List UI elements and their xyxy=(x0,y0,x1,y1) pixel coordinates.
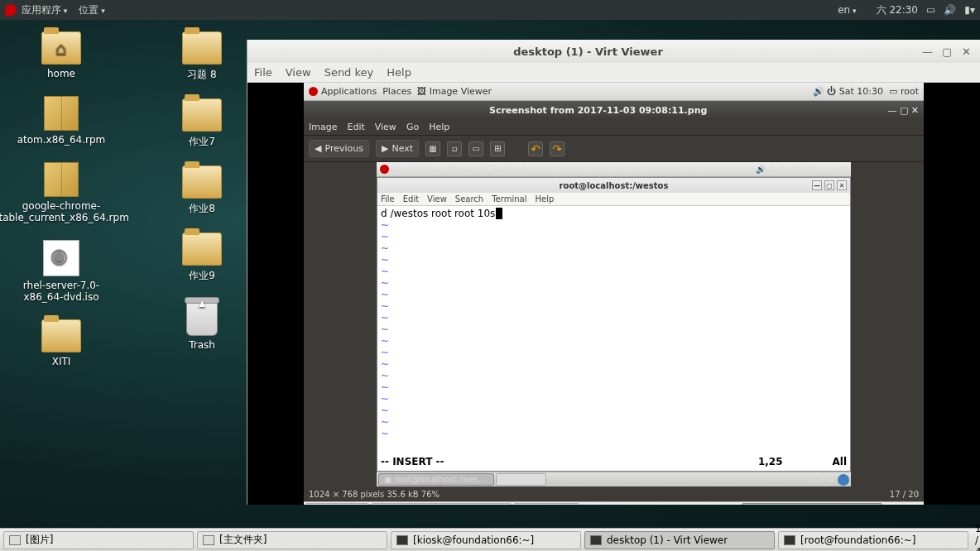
host-top-panel: 应用程序 位置 en 六 22:30 ▭ 🔊 ▮▾ xyxy=(0,0,980,20)
taskbar-home-button[interactable]: [主文件夹] xyxy=(197,531,387,549)
desktop-icon--7[interactable]: 作业7 xyxy=(152,98,252,149)
virt-viewer-titlebar[interactable]: desktop (1) - Virt Viewer — ▢ ✕ xyxy=(247,40,980,63)
text-cursor xyxy=(496,208,502,219)
guest-clock[interactable]: Sat 10:30 xyxy=(839,86,883,97)
redhat-icon xyxy=(5,4,17,16)
desktop-icon--9[interactable]: 作业9 xyxy=(152,232,252,283)
guest-top-panel: Applications Places 🖼 Image Viewer 🔊 ⏻ S… xyxy=(304,83,924,101)
close-button[interactable]: ✕ xyxy=(911,105,919,116)
rotate-right-button[interactable]: ↷ xyxy=(550,141,564,156)
image-viewer-launcher[interactable]: 🖼 Image Viewer xyxy=(417,86,492,97)
volume-icon: 🔊 xyxy=(756,165,766,174)
zoom-in-button[interactable]: ▦ xyxy=(425,141,440,156)
desktop-icon-xiti[interactable]: XITI xyxy=(12,319,111,367)
redhat-icon xyxy=(309,87,318,96)
zoom-fit-button[interactable]: ▭ xyxy=(468,141,483,156)
maximize-button[interactable]: ▢ xyxy=(942,46,954,57)
image-viewer-canvas: Applications Places ▣ Terminal 🔊 ⏻ Fri 0… xyxy=(377,162,851,486)
volume-icon[interactable]: 🔊 xyxy=(813,86,824,97)
vv-menu-help[interactable]: Help xyxy=(387,66,411,79)
workspace-indicator: 1 / 4 xyxy=(813,475,831,484)
iv-menu-view[interactable]: View xyxy=(375,122,396,132)
previous-button[interactable]: ◀ Previous xyxy=(309,140,369,157)
terminal-menubar: File Edit View Search Terminal Help xyxy=(377,193,850,206)
desktop-icon-home[interactable]: home xyxy=(12,31,111,79)
display-icon[interactable]: ▭ xyxy=(926,4,935,16)
desktop-icon-trash[interactable]: Trash xyxy=(152,299,252,351)
folder-icon xyxy=(182,165,222,199)
vv-menu-file[interactable]: File xyxy=(254,66,272,79)
desktop-icon-google-chrome-stable-current-x86-64-rpm[interactable]: google-chrome-stable_current_x86_64.rpm xyxy=(12,162,111,223)
desktop-icon--8[interactable]: 习题 8 xyxy=(152,31,252,82)
image-viewer-toolbar: ◀ Previous ▶ Next ▦ ▫ ▭ ⊞ ↶ ↷ xyxy=(304,136,924,162)
icon-label: atom.x86_64.rpm xyxy=(17,134,106,146)
desktop-icon--8[interactable]: 作业8 xyxy=(152,165,252,216)
zoom-100-button[interactable]: ⊞ xyxy=(490,141,505,156)
vim-mode: -- INSERT -- xyxy=(381,456,444,467)
iso-icon xyxy=(43,240,79,276)
folder-icon xyxy=(182,98,222,132)
taskbar-terminal-button: ▣ root@localhost:/westos xyxy=(378,473,494,486)
terminal-launcher: ▣ Terminal xyxy=(480,165,526,174)
guest-applications-menu[interactable]: Applications xyxy=(321,86,377,97)
iv-menu-go[interactable]: Go xyxy=(406,122,419,132)
vim-percent: All xyxy=(832,456,847,467)
zoom-out-button[interactable]: ▫ xyxy=(447,141,462,156)
image-viewer-menubar: Image Edit View Go Help xyxy=(304,119,924,136)
taskbar-pictures-button[interactable]: Pictures xyxy=(513,503,579,505)
icon-label: 习题 8 xyxy=(187,68,216,82)
taskbar-pictures-button[interactable]: [图片] xyxy=(3,531,194,549)
terminal-titlebar: root@localhost:/westos — ▢ ✕ xyxy=(377,178,850,193)
places-menu[interactable]: 位置 xyxy=(79,3,104,17)
taskbar-kiosk-terminal-button[interactable]: [kiosk@foundation66:~] xyxy=(391,531,581,549)
minimize-button[interactable]: — xyxy=(922,46,934,57)
icon-label: XITI xyxy=(52,356,71,367)
taskbar-root-terminal-button[interactable]: [root@foundation66:~] xyxy=(778,531,968,549)
guest-taskbar: [Home] [root@localhost:~/Desktop] Pictur… xyxy=(304,501,924,505)
terminal-body: d /westos root root 10s ~~~ ~~~ ~~~ ~~~ … xyxy=(377,206,850,471)
vv-menu-sendkey[interactable]: Send key xyxy=(324,66,374,79)
maximize-button[interactable]: ▢ xyxy=(900,105,908,116)
lang-indicator[interactable]: en xyxy=(838,4,856,16)
guest-places-menu[interactable]: Places xyxy=(382,86,411,97)
redhat-icon xyxy=(380,165,389,174)
vv-menu-view[interactable]: View xyxy=(286,66,311,79)
clock[interactable]: 六 22:30 xyxy=(877,3,918,17)
innermost-taskbar: ▣ root@localhost:/westos [Pictures] 1 / … xyxy=(377,472,851,486)
folder-icon xyxy=(41,319,81,352)
host-taskbar: [图片] [主文件夹] [kiosk@foundation66:~] deskt… xyxy=(0,528,980,551)
iv-menu-image[interactable]: Image xyxy=(309,122,337,132)
pkg-icon xyxy=(44,162,79,197)
battery-icon[interactable]: ▮▾ xyxy=(964,4,975,16)
maximize-button: ▢ xyxy=(824,180,834,190)
volume-icon[interactable]: 🔊 xyxy=(944,4,956,16)
virt-viewer-menubar: File View Send key Help xyxy=(247,63,980,83)
taskbar-home-button[interactable]: [Home] xyxy=(305,503,369,505)
image-viewer-status: 1024 × 768 pixels 35.6 kB 76% 17 / 20 xyxy=(304,486,924,501)
next-button[interactable]: ▶ Next xyxy=(376,140,419,157)
icon-label: 作业7 xyxy=(189,135,215,149)
network-icon[interactable]: ⏻ xyxy=(827,86,836,97)
image-viewer-titlebar[interactable]: Screenshot from 2017-11-03 09:08:11.png … xyxy=(304,101,924,119)
host-desktop[interactable]: homeatom.x86_64.rpmgoogle-chrome-stable_… xyxy=(0,20,980,528)
close-button[interactable]: ✕ xyxy=(962,46,973,57)
taskbar-imageviewer-button[interactable]: Screenshot from 2017-11... xyxy=(742,503,882,505)
rotate-left-button[interactable]: ↶ xyxy=(528,141,543,156)
taskbar-pictures-button: [Pictures] xyxy=(496,473,546,486)
applications-menu[interactable]: 应用程序 xyxy=(22,3,67,17)
folder-icon xyxy=(182,232,222,266)
taskbar-terminal-button[interactable]: [root@localhost:~/Desktop] xyxy=(371,503,512,505)
close-button: ✕ xyxy=(837,180,847,190)
desktop-icon-rhel-server-7-0-x86-64-dvd-iso[interactable]: rhel-server-7.0-x86_64-dvd.iso xyxy=(12,240,111,303)
iv-menu-edit[interactable]: Edit xyxy=(347,122,364,132)
virt-viewer-window: desktop (1) - Virt Viewer — ▢ ✕ File Vie… xyxy=(247,40,980,505)
icon-label: Trash xyxy=(189,339,215,351)
minimize-button[interactable]: — xyxy=(887,105,896,116)
taskbar-virtviewer-button[interactable]: desktop (1) - Virt Viewer xyxy=(584,531,775,549)
user-indicator[interactable]: ▭ root xyxy=(889,86,919,97)
innermost-apps-menu: Applications xyxy=(392,165,443,174)
desktop-icon-atom-x86-64-rpm[interactable]: atom.x86_64.rpm xyxy=(12,96,111,146)
icon-label: 作业9 xyxy=(189,269,215,283)
iv-menu-help[interactable]: Help xyxy=(429,122,449,132)
workspace-indicator[interactable]: 1 / 4 xyxy=(975,523,980,552)
